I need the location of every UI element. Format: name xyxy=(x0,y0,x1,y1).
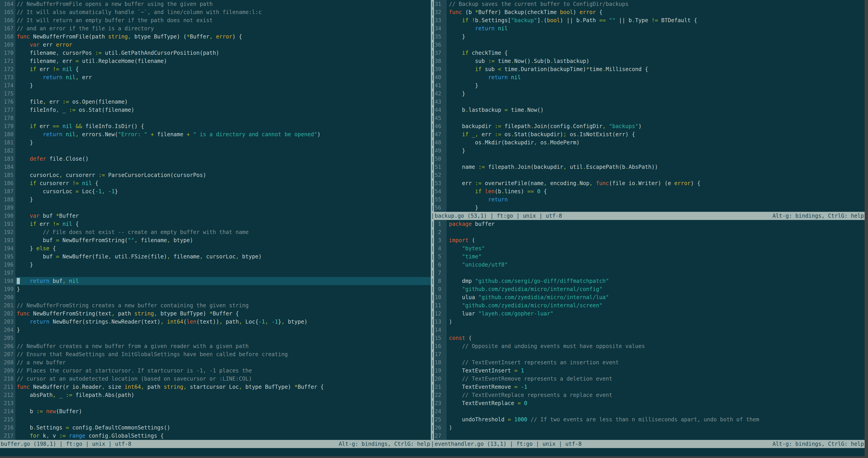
code-text[interactable]: // NewBufferFromFile opens a new buffer … xyxy=(16,0,431,8)
code-row[interactable]: 2 xyxy=(434,228,865,236)
code-text[interactable]: ) xyxy=(447,318,865,326)
code-text[interactable]: sub := time.Now().Sub(b.lastbackup) xyxy=(447,57,865,65)
code-row[interactable]: 199} xyxy=(0,285,431,293)
code-row[interactable]: 216 b.Settings = config.DefaultCommonSet… xyxy=(0,424,431,432)
code-row[interactable]: 177 fileInfo, _ := os.Stat(filename) xyxy=(0,106,431,114)
code-text[interactable]: if err != nil { xyxy=(16,65,431,73)
code-text[interactable]: b := new(Buffer) xyxy=(16,407,431,416)
editor-pane-backup-go[interactable]: 31// Backup saves the current buffer to … xyxy=(434,0,865,212)
code-row[interactable]: 166// It will return an empty buffer if … xyxy=(0,16,431,24)
code-row[interactable]: 167// and an error if the file is a dire… xyxy=(0,24,431,33)
code-row[interactable]: 206// NewBuffer creates a new buffer fro… xyxy=(0,342,431,350)
code-text[interactable]: b.lastbackup = time.Now() xyxy=(447,106,865,114)
code-row[interactable]: 40 return nil xyxy=(434,73,865,82)
code-text[interactable]: func (b *Buffer) Backup(checkTime bool) … xyxy=(447,8,865,16)
code-text[interactable]: // It will also automatically handle `~`… xyxy=(16,8,431,16)
code-row[interactable]: 213 xyxy=(0,399,431,407)
code-text[interactable]: name := filepath.Join(backupdir, util.Es… xyxy=(447,163,865,171)
code-text[interactable]: import ( xyxy=(447,236,865,245)
code-row[interactable]: 178 xyxy=(0,114,431,122)
code-row[interactable]: 170 filename, cursorPos := util.GetPathA… xyxy=(0,49,431,57)
code-row[interactable]: 194 } else { xyxy=(0,245,431,253)
code-row[interactable]: 31// Backup saves the current buffer to … xyxy=(434,0,865,8)
code-text[interactable]: // a new buffer xyxy=(16,359,431,367)
code-text[interactable]: "bytes" xyxy=(447,245,865,253)
code-text[interactable] xyxy=(447,326,865,334)
code-row[interactable]: 207// Ensure that ReadSettings and InitG… xyxy=(0,350,431,359)
code-row[interactable]: 48 os.Mkdir(backupdir, os.ModePerm) xyxy=(434,139,865,147)
code-text[interactable]: // File does not exist -- create an empt… xyxy=(16,228,431,236)
code-row[interactable]: 180 return nil, errors.New("Error: " + f… xyxy=(0,130,431,139)
code-text[interactable]: const ( xyxy=(447,334,865,342)
code-text[interactable]: // TextEventRemove represents a deletion… xyxy=(447,375,865,383)
code-row[interactable]: 8 dmp "github.com/sergi/go-diff/diffmatc… xyxy=(434,277,865,285)
code-row[interactable]: 50 xyxy=(434,155,865,163)
code-row[interactable]: 192 // File does not exist -- create an … xyxy=(0,228,431,236)
code-text[interactable]: // Ensure that ReadSettings and InitGlob… xyxy=(16,350,431,359)
code-row[interactable]: 26) xyxy=(434,424,865,432)
code-row[interactable]: 44 b.lastbackup = time.Now() xyxy=(434,106,865,114)
code-text[interactable]: } xyxy=(447,82,865,90)
code-row[interactable]: 217 for k, v := range config.GlobalSetti… xyxy=(0,432,431,440)
code-text[interactable]: return nil, err xyxy=(16,73,431,82)
code-text[interactable] xyxy=(16,334,431,342)
code-row[interactable]: 188 } xyxy=(0,196,431,204)
code-row[interactable]: 208// a new buffer xyxy=(0,359,431,367)
code-row[interactable]: 47 if _, err := os.Stat(backupdir); os.I… xyxy=(434,130,865,139)
code-text[interactable]: } xyxy=(16,261,431,269)
code-text[interactable]: } xyxy=(447,90,865,98)
code-text[interactable] xyxy=(16,293,431,302)
code-text[interactable]: package buffer xyxy=(447,220,865,228)
editor-pane-eventhandler-go[interactable]: 1package buffer23import (4 "bytes"5 "tim… xyxy=(434,220,865,440)
code-text[interactable]: undoThreshold = 1000 // If two events ar… xyxy=(447,416,865,424)
code-row[interactable]: 32func (b *Buffer) Backup(checkTime bool… xyxy=(434,8,865,16)
code-row[interactable]: 1package buffer xyxy=(434,220,865,228)
code-text[interactable]: dmp "github.com/sergi/go-diff/diffmatchp… xyxy=(447,277,865,285)
code-text[interactable]: if err == nil && fileInfo.IsDir() { xyxy=(16,122,431,130)
code-row[interactable]: 209// Places the cursor at startcursor. … xyxy=(0,367,431,375)
code-text[interactable] xyxy=(447,114,865,122)
code-text[interactable]: // NewBuffer creates a new buffer from a… xyxy=(16,342,431,350)
code-row[interactable]: 165// It will also automatically handle … xyxy=(0,8,431,16)
vertical-split-divider[interactable]: ||||||||||||||||||||||||||||||||||||||||… xyxy=(431,0,434,448)
code-text[interactable]: TextEventRemove = -1 xyxy=(447,383,865,391)
code-text[interactable]: ulua "github.com/zyedidia/micro/internal… xyxy=(447,293,865,302)
code-text[interactable] xyxy=(447,98,865,106)
code-row[interactable]: 186 if cursorerr != nil { xyxy=(0,179,431,188)
code-row[interactable]: 23 TextEventReplace = 0 xyxy=(434,399,865,407)
code-text[interactable] xyxy=(16,399,431,407)
code-text[interactable]: os.Mkdir(backupdir, os.ModePerm) xyxy=(447,139,865,147)
code-row[interactable]: 173 return nil, err xyxy=(0,73,431,82)
code-row[interactable]: 212 absPath, _ := filepath.Abs(path) xyxy=(0,391,431,399)
code-row[interactable]: 6 "unicode/utf8" xyxy=(434,261,865,269)
code-text[interactable]: return nil xyxy=(447,73,865,82)
code-text[interactable]: return xyxy=(447,196,865,204)
code-row[interactable]: 174 } xyxy=(0,82,431,90)
code-row[interactable]: 38 sub := time.Now().Sub(b.lastbackup) xyxy=(434,57,865,65)
code-text[interactable]: } else { xyxy=(16,245,431,253)
code-row[interactable]: 172 if err != nil { xyxy=(0,65,431,73)
code-row[interactable]: 179 if err == nil && fileInfo.IsDir() { xyxy=(0,122,431,130)
code-row[interactable]: 45 xyxy=(434,114,865,122)
code-row[interactable]: 37 if checkTime { xyxy=(434,49,865,57)
terminal-scrollbar[interactable] xyxy=(865,0,868,458)
code-row[interactable]: 49 } xyxy=(434,147,865,155)
code-text[interactable]: func NewBufferFromString(text, path stri… xyxy=(16,310,431,318)
code-row[interactable]: 211func NewBuffer(r io.Reader, size int6… xyxy=(0,383,431,391)
code-row[interactable]: 41 } xyxy=(434,82,865,90)
code-text[interactable]: // and an error if the file is a directo… xyxy=(16,24,431,33)
code-row[interactable]: 201// NewBufferFromString creates a new … xyxy=(0,302,431,310)
code-text[interactable] xyxy=(16,114,431,122)
code-row[interactable]: 36 xyxy=(434,41,865,49)
code-row[interactable]: 200 xyxy=(0,293,431,302)
code-text[interactable]: for k, v := range config.GlobalSettings … xyxy=(16,432,431,440)
code-row[interactable]: 19 TextEventInsert = 1 xyxy=(434,367,865,375)
code-row[interactable]: 9 "github.com/zyedidia/micro/internal/co… xyxy=(434,285,865,293)
code-row[interactable]: 5 "time" xyxy=(434,253,865,261)
code-text[interactable]: ) xyxy=(447,424,865,432)
code-row[interactable]: 176 file, err := os.Open(filename) xyxy=(0,98,431,106)
code-text[interactable]: if _, err := os.Stat(backupdir); os.IsNo… xyxy=(447,130,865,139)
code-row[interactable]: 164// NewBufferFromFile opens a new buff… xyxy=(0,0,431,8)
code-text[interactable]: return nil, errors.New("Error: " + filen… xyxy=(16,130,431,139)
code-row[interactable]: 204} xyxy=(0,326,431,334)
